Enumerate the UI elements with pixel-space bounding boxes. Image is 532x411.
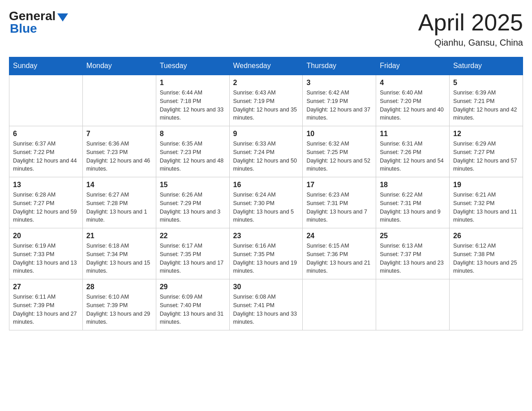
day-number: 29 <box>160 283 226 291</box>
day-of-week-header: Saturday <box>450 57 523 75</box>
day-info: Sunrise: 6:40 AMSunset: 7:20 PMDaylight:… <box>380 89 446 122</box>
day-number: 1 <box>160 79 226 87</box>
calendar-day-cell: 4Sunrise: 6:40 AMSunset: 7:20 PMDaylight… <box>376 75 450 126</box>
calendar-day-cell: 20Sunrise: 6:19 AMSunset: 7:33 PMDayligh… <box>9 228 83 279</box>
day-number: 21 <box>86 232 152 240</box>
calendar-day-cell: 2Sunrise: 6:43 AMSunset: 7:19 PMDaylight… <box>229 75 303 126</box>
day-number: 8 <box>160 130 226 138</box>
calendar-day-cell: 16Sunrise: 6:24 AMSunset: 7:30 PMDayligh… <box>229 177 303 228</box>
calendar-day-cell: 5Sunrise: 6:39 AMSunset: 7:21 PMDaylight… <box>450 75 523 126</box>
calendar-week-row: 20Sunrise: 6:19 AMSunset: 7:33 PMDayligh… <box>9 228 523 279</box>
day-number: 18 <box>380 181 446 189</box>
day-number: 4 <box>380 79 446 87</box>
day-number: 27 <box>13 283 79 291</box>
title-section: April 2025 Qianhu, Gansu, China <box>418 9 523 48</box>
day-info: Sunrise: 6:21 AMSunset: 7:32 PMDaylight:… <box>453 191 519 224</box>
day-info: Sunrise: 6:18 AMSunset: 7:34 PMDaylight:… <box>86 242 152 275</box>
day-number: 5 <box>453 79 519 87</box>
day-number: 17 <box>306 181 372 189</box>
day-number: 10 <box>306 130 372 138</box>
calendar-day-cell: 17Sunrise: 6:23 AMSunset: 7:31 PMDayligh… <box>303 177 376 228</box>
day-info: Sunrise: 6:23 AMSunset: 7:31 PMDaylight:… <box>306 191 372 224</box>
logo-blue-text: Blue <box>10 21 37 36</box>
calendar-header: SundayMondayTuesdayWednesdayThursdayFrid… <box>9 57 523 75</box>
day-info: Sunrise: 6:42 AMSunset: 7:19 PMDaylight:… <box>306 89 372 122</box>
day-info: Sunrise: 6:08 AMSunset: 7:41 PMDaylight:… <box>233 293 299 326</box>
calendar-table: SundayMondayTuesdayWednesdayThursdayFrid… <box>9 57 523 330</box>
day-info: Sunrise: 6:17 AMSunset: 7:35 PMDaylight:… <box>160 242 226 275</box>
calendar-day-cell: 27Sunrise: 6:11 AMSunset: 7:39 PMDayligh… <box>9 279 83 330</box>
day-of-week-header: Monday <box>82 57 156 75</box>
calendar-week-row: 6Sunrise: 6:37 AMSunset: 7:22 PMDaylight… <box>9 126 523 177</box>
calendar-day-cell: 24Sunrise: 6:15 AMSunset: 7:36 PMDayligh… <box>303 228 376 279</box>
calendar-day-cell <box>450 279 523 330</box>
day-number: 7 <box>86 130 152 138</box>
day-info: Sunrise: 6:26 AMSunset: 7:29 PMDaylight:… <box>160 191 226 224</box>
calendar-day-cell: 3Sunrise: 6:42 AMSunset: 7:19 PMDaylight… <box>303 75 376 126</box>
day-number: 30 <box>233 283 299 291</box>
calendar-day-cell: 12Sunrise: 6:29 AMSunset: 7:27 PMDayligh… <box>450 126 523 177</box>
day-info: Sunrise: 6:16 AMSunset: 7:35 PMDaylight:… <box>233 242 299 275</box>
day-of-week-header: Wednesday <box>229 57 303 75</box>
calendar-day-cell: 11Sunrise: 6:31 AMSunset: 7:26 PMDayligh… <box>376 126 450 177</box>
calendar-day-cell: 22Sunrise: 6:17 AMSunset: 7:35 PMDayligh… <box>156 228 229 279</box>
calendar-location: Qianhu, Gansu, China <box>418 38 523 48</box>
calendar-day-cell: 21Sunrise: 6:18 AMSunset: 7:34 PMDayligh… <box>82 228 156 279</box>
day-info: Sunrise: 6:09 AMSunset: 7:40 PMDaylight:… <box>160 293 226 326</box>
calendar-week-row: 27Sunrise: 6:11 AMSunset: 7:39 PMDayligh… <box>9 279 523 330</box>
calendar-body: 1Sunrise: 6:44 AMSunset: 7:18 PMDaylight… <box>9 75 523 330</box>
day-info: Sunrise: 6:31 AMSunset: 7:26 PMDaylight:… <box>380 140 446 173</box>
day-info: Sunrise: 6:39 AMSunset: 7:21 PMDaylight:… <box>453 89 519 122</box>
day-number: 19 <box>453 181 519 189</box>
day-of-week-header: Sunday <box>9 57 83 75</box>
calendar-day-cell: 9Sunrise: 6:33 AMSunset: 7:24 PMDaylight… <box>229 126 303 177</box>
day-info: Sunrise: 6:12 AMSunset: 7:38 PMDaylight:… <box>453 242 519 275</box>
page-header: General Blue April 2025 Qianhu, Gansu, C… <box>9 9 523 48</box>
calendar-title: April 2025 <box>418 9 523 36</box>
day-number: 3 <box>306 79 372 87</box>
day-number: 24 <box>306 232 372 240</box>
calendar-day-cell: 8Sunrise: 6:35 AMSunset: 7:23 PMDaylight… <box>156 126 229 177</box>
calendar-day-cell: 23Sunrise: 6:16 AMSunset: 7:35 PMDayligh… <box>229 228 303 279</box>
calendar-day-cell: 1Sunrise: 6:44 AMSunset: 7:18 PMDaylight… <box>156 75 229 126</box>
day-number: 6 <box>13 130 79 138</box>
day-number: 16 <box>233 181 299 189</box>
calendar-day-cell: 25Sunrise: 6:13 AMSunset: 7:37 PMDayligh… <box>376 228 450 279</box>
day-of-week-header: Tuesday <box>156 57 229 75</box>
day-of-week-header: Thursday <box>303 57 376 75</box>
day-number: 12 <box>453 130 519 138</box>
day-number: 15 <box>160 181 226 189</box>
day-number: 23 <box>233 232 299 240</box>
calendar-day-cell: 7Sunrise: 6:36 AMSunset: 7:23 PMDaylight… <box>82 126 156 177</box>
calendar-day-cell: 18Sunrise: 6:22 AMSunset: 7:31 PMDayligh… <box>376 177 450 228</box>
day-info: Sunrise: 6:13 AMSunset: 7:37 PMDaylight:… <box>380 242 446 275</box>
calendar-day-cell: 26Sunrise: 6:12 AMSunset: 7:38 PMDayligh… <box>450 228 523 279</box>
calendar-week-row: 13Sunrise: 6:28 AMSunset: 7:27 PMDayligh… <box>9 177 523 228</box>
day-number: 20 <box>13 232 79 240</box>
calendar-day-cell <box>82 75 156 126</box>
day-number: 25 <box>380 232 446 240</box>
day-number: 9 <box>233 130 299 138</box>
calendar-day-cell: 13Sunrise: 6:28 AMSunset: 7:27 PMDayligh… <box>9 177 83 228</box>
day-info: Sunrise: 6:24 AMSunset: 7:30 PMDaylight:… <box>233 191 299 224</box>
calendar-day-cell: 30Sunrise: 6:08 AMSunset: 7:41 PMDayligh… <box>229 279 303 330</box>
day-info: Sunrise: 6:15 AMSunset: 7:36 PMDaylight:… <box>306 242 372 275</box>
day-info: Sunrise: 6:28 AMSunset: 7:27 PMDaylight:… <box>13 191 79 224</box>
day-info: Sunrise: 6:29 AMSunset: 7:27 PMDaylight:… <box>453 140 519 173</box>
day-number: 26 <box>453 232 519 240</box>
calendar-day-cell: 19Sunrise: 6:21 AMSunset: 7:32 PMDayligh… <box>450 177 523 228</box>
day-info: Sunrise: 6:33 AMSunset: 7:24 PMDaylight:… <box>233 140 299 173</box>
calendar-day-cell <box>303 279 376 330</box>
calendar-week-row: 1Sunrise: 6:44 AMSunset: 7:18 PMDaylight… <box>9 75 523 126</box>
day-info: Sunrise: 6:11 AMSunset: 7:39 PMDaylight:… <box>13 293 79 326</box>
day-info: Sunrise: 6:44 AMSunset: 7:18 PMDaylight:… <box>160 89 226 122</box>
calendar-day-cell: 29Sunrise: 6:09 AMSunset: 7:40 PMDayligh… <box>156 279 229 330</box>
day-number: 11 <box>380 130 446 138</box>
logo: General Blue <box>9 9 68 36</box>
day-info: Sunrise: 6:32 AMSunset: 7:25 PMDaylight:… <box>306 140 372 173</box>
day-info: Sunrise: 6:10 AMSunset: 7:39 PMDaylight:… <box>86 293 152 326</box>
day-of-week-header: Friday <box>376 57 450 75</box>
day-info: Sunrise: 6:36 AMSunset: 7:23 PMDaylight:… <box>86 140 152 173</box>
day-number: 14 <box>86 181 152 189</box>
day-info: Sunrise: 6:19 AMSunset: 7:33 PMDaylight:… <box>13 242 79 275</box>
